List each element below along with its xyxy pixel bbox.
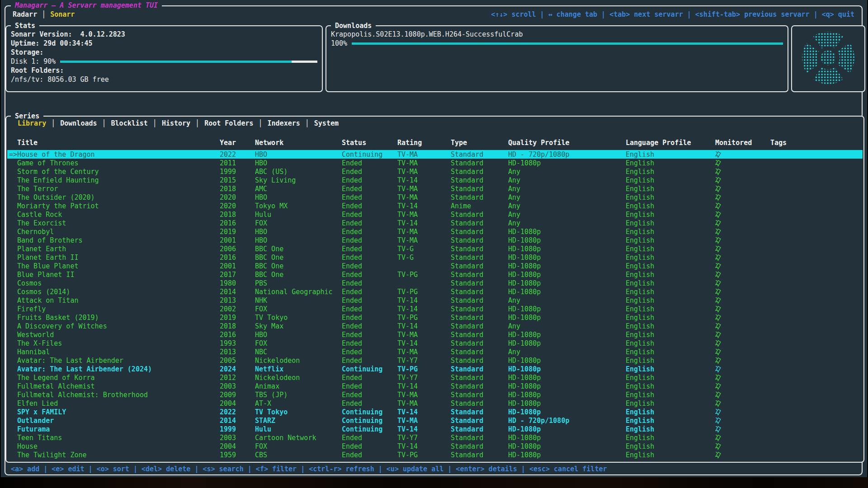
monitored-bookmark-icon [715,297,770,304]
cell-quality: HD-1080p [508,262,626,270]
table-row[interactable]: Planet Earth II2016BBC OneEndedTV-GStand… [7,253,863,262]
cell-network: Hulu [255,211,342,219]
cell-network: Animax [255,382,342,390]
disk-usage-label: Disk 1: 90% [11,57,56,66]
cell-language: English [626,339,715,347]
cell-title: Cosmos (2014) [7,288,220,296]
monitored-bookmark-icon [715,177,770,184]
table-row[interactable]: Avatar: The Last Airbender (2024)2024Net… [7,365,863,373]
cell-title: Blue Planet II [7,271,220,279]
cell-quality: HD-1080p [508,425,626,433]
cell-year: 2016 [220,219,255,227]
cell-language: English [626,288,715,296]
table-row[interactable]: Outlander2014STARZContinuingTV-MAStandar… [7,416,863,425]
cell-year: 2012 [220,374,255,382]
table-row[interactable]: Avatar: The Last Airbender2005Nickelodeo… [7,356,863,365]
table-row[interactable]: The Outsider (2020)2020HBOEndedTV-MAStan… [7,193,863,202]
tab-separator: │ [305,119,309,127]
cell-type: Standard [451,425,508,433]
series-tab-blocklist[interactable]: Blocklist [106,119,153,127]
table-row[interactable]: Westworld2016HBOEndedTV-MAStandardHD-108… [7,330,863,339]
cell-quality: HD-1080p [508,374,626,382]
cell-year: 2001 [220,262,255,270]
cell-quality: HD-1080p [508,434,626,442]
header-title: Title [7,139,220,147]
cell-quality: HD-1080p [508,382,626,390]
table-row[interactable]: Fullmetal Alchemist: Brotherhood2009TBS … [7,390,863,399]
header-tags: Tags [770,139,863,147]
cell-rating: TV-Y7 [397,357,451,365]
cell-type: Standard [451,228,508,236]
cell-network: Cartoon Network [255,434,342,442]
table-row[interactable]: Elfen Lied2004AT-XEndedTV-MAStandardHD-1… [7,399,863,408]
table-row[interactable]: The Blue Planet2001BBC OneEndedStandardH… [7,262,863,270]
table-row[interactable]: Blue Planet II2017BBC OneEndedTV-PGStand… [7,270,863,279]
series-tab-history[interactable]: History [157,119,195,127]
series-tab-indexers[interactable]: Indexers [263,119,305,127]
table-row[interactable]: Firefly2002FOXEndedTV-14StandardHD-1080p… [7,305,863,313]
table-row[interactable]: Fullmetal Alchemist2003AnimaxEndedTV-14S… [7,382,863,390]
table-row[interactable]: Band of Brothers2001HBOEndedTV-MAStandar… [7,236,863,244]
table-row[interactable]: The Twilight Zone1959CBSEndedTV-PGStanda… [7,450,863,459]
cell-year: 2020 [220,193,255,202]
cell-network: HBO [255,159,342,167]
servarr-tab-radarr[interactable]: Radarr [10,10,40,19]
monitored-bookmark-icon [715,314,770,321]
cell-network: FOX [255,305,342,313]
table-row[interactable]: Castle Rock2018HuluEndedTV-MAStandardAny… [7,210,863,219]
cell-rating: TV-MA [397,211,451,219]
cell-status: Continuing [342,425,397,433]
table-row[interactable]: Planet Earth2006BBC OneEndedTV-GStandard… [7,244,863,253]
cell-status: Ended [342,176,397,184]
table-row[interactable]: Moriarty the Patriot2020Tokyo MXEndedTV-… [7,202,863,210]
cell-status: Ended [342,219,397,227]
table-row[interactable]: Storm of the Century1999ABC (US)EndedTV-… [7,167,863,176]
table-row[interactable]: Attack on Titan2013NHKEndedTV-14Standard… [7,296,863,305]
series-tab-system[interactable]: System [309,119,344,127]
cell-network: HBO [255,228,342,236]
cell-rating: TV-14 [397,408,451,416]
table-row[interactable]: A Discovery of Witches2018Sky MaxEndedTV… [7,322,863,330]
header-type: Type [451,139,508,147]
cell-rating: TV-MA [397,331,451,339]
series-tab-library[interactable]: Library [13,119,51,127]
table-row[interactable]: Futurama1999HuluContinuingTV-14StandardH… [7,425,863,433]
cell-language: English [626,150,715,159]
cell-status: Ended [342,185,397,193]
table-row[interactable]: Teen Titans2003Cartoon NetworkEndedTV-Y7… [7,433,863,442]
table-row[interactable]: Chernobyl2019HBOEndedTV-MAStandardHD-108… [7,227,863,236]
cell-title: Chernobyl [7,228,220,236]
cell-status: Ended [342,357,397,365]
table-row[interactable]: Cosmos (2014)2014National GeographicEnde… [7,287,863,296]
cell-network: FOX [255,339,342,347]
monitored-bookmark-icon [715,271,770,278]
servarr-tab-sonarr[interactable]: Sonarr [47,10,77,19]
table-row[interactable]: Hannibal2013NBCEndedTV-MAStandardAnyEngl… [7,347,863,356]
table-row[interactable]: Fruits Basket (2019)2019TV TokyoEndedTV-… [7,313,863,322]
table-row[interactable]: House of the Dragon=>2022HBOContinuingTV… [7,150,863,159]
header-rating: Rating [397,139,451,147]
cell-language: English [626,348,715,356]
table-row[interactable]: Game of Thrones2011HBOEndedTV-MAStandard… [7,159,863,167]
series-tab-downloads[interactable]: Downloads [55,119,102,127]
table-row[interactable]: House2004FOXEndedTV-14StandardHD-1080pEn… [7,442,863,450]
cell-year: 1980 [220,279,255,287]
series-tab-root-folders[interactable]: Root Folders [199,119,258,127]
table-row[interactable]: Cosmos1980PBSEndedStandardHD-1080pEnglis… [7,279,863,287]
cell-type: Standard [451,236,508,244]
selection-arrow: => [9,150,17,159]
cell-type: Standard [451,305,508,313]
table-row[interactable]: The Enfield Haunting2015Sky LivingEndedT… [7,176,863,184]
monitored-bookmark-icon [715,417,770,424]
table-row[interactable]: The Exorcist2016FOXEndedTV-14StandardAny… [7,219,863,227]
root-folders-label: Root Folders: [11,66,317,75]
table-row[interactable]: The X-Files1993FOXEndedTV-14StandardHD-1… [7,339,863,347]
download-bar-fill [352,42,783,45]
table-row[interactable]: The Terror2018AMCEndedTV-MAStandardAnyEn… [7,184,863,193]
cell-status: Ended [342,202,397,210]
cell-network: Tokyo MX [255,202,342,210]
cell-type: Standard [451,357,508,365]
table-row[interactable]: The Legend of Korra2012NickelodeonEndedT… [7,373,863,382]
monitored-bookmark-icon [715,245,770,253]
table-row[interactable]: SPY x FAMILY2022TV TokyoContinuingTV-14S… [7,408,863,416]
